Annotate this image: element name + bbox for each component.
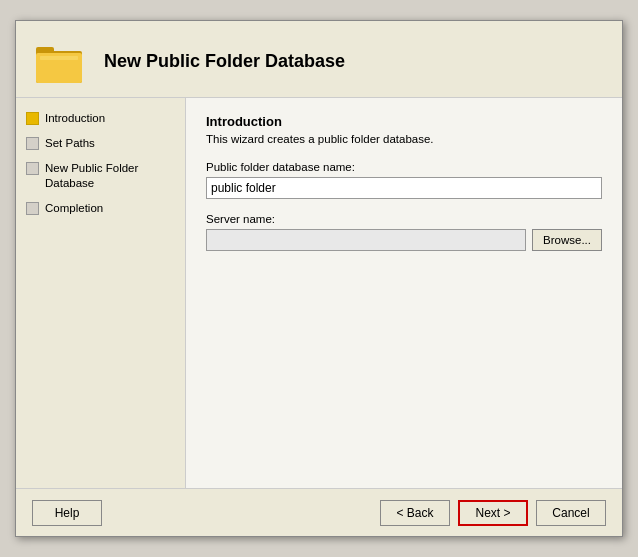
sidebar-item-set-paths-label: Set Paths [45, 136, 95, 151]
footer-right: < Back Next > Cancel [380, 500, 606, 526]
db-name-input[interactable] [206, 177, 602, 199]
server-name-label: Server name: [206, 213, 602, 225]
browse-button[interactable]: Browse... [532, 229, 602, 251]
wizard-window: New Public Folder Database Introduction … [15, 20, 623, 537]
content-title: Introduction [206, 114, 602, 129]
sidebar-item-introduction[interactable]: Introduction [16, 106, 185, 131]
cancel-button[interactable]: Cancel [536, 500, 606, 526]
back-button[interactable]: < Back [380, 500, 450, 526]
sidebar-item-completion-label: Completion [45, 201, 103, 216]
wizard-content: Introduction This wizard creates a publi… [186, 98, 622, 488]
db-name-label: Public folder database name: [206, 161, 602, 173]
active-bullet-icon [26, 112, 39, 125]
inactive-bullet-icon-3 [26, 202, 39, 215]
wizard-sidebar: Introduction Set Paths New Public Folder… [16, 98, 186, 488]
help-button[interactable]: Help [32, 500, 102, 526]
content-description: This wizard creates a public folder data… [206, 133, 602, 145]
sidebar-item-completion[interactable]: Completion [16, 196, 185, 221]
sidebar-item-new-pfdb[interactable]: New Public FolderDatabase [16, 156, 185, 196]
wizard-footer: Help < Back Next > Cancel [16, 488, 622, 536]
svg-rect-3 [40, 56, 78, 60]
window-title: New Public Folder Database [104, 51, 345, 72]
wizard-body: Introduction Set Paths New Public Folder… [16, 98, 622, 488]
inactive-bullet-icon [26, 137, 39, 150]
footer-left: Help [32, 500, 380, 526]
sidebar-item-set-paths[interactable]: Set Paths [16, 131, 185, 156]
sidebar-item-introduction-label: Introduction [45, 111, 105, 126]
server-name-row: Browse... [206, 229, 602, 251]
server-name-input[interactable] [206, 229, 526, 251]
sidebar-item-new-pfdb-label: New Public FolderDatabase [45, 161, 138, 191]
next-button[interactable]: Next > [458, 500, 528, 526]
folder-icon [36, 37, 88, 85]
wizard-header: New Public Folder Database [16, 21, 622, 98]
inactive-bullet-icon-2 [26, 162, 39, 175]
